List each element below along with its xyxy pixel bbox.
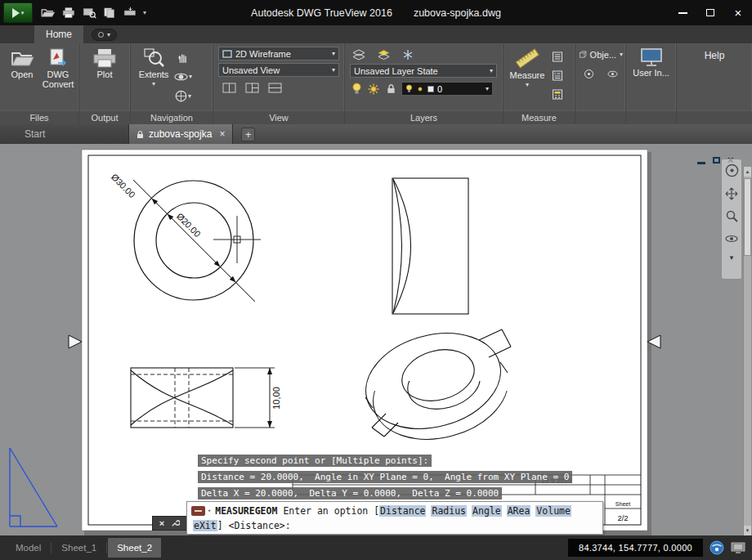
object-isolate-button[interactable] <box>580 65 598 83</box>
option-angle[interactable]: Angle <box>472 505 502 517</box>
sheet-cell-label: Sheet <box>615 501 630 507</box>
measure-button[interactable]: Measure ▾ <box>506 47 548 110</box>
viewport-restore-icon[interactable] <box>713 157 720 164</box>
navbar-more-icon[interactable]: ▾ <box>730 253 734 262</box>
ribbon-display-toggle[interactable]: ▾ <box>92 29 117 41</box>
layer-freeze-button[interactable] <box>399 46 417 63</box>
pan-tool-icon[interactable] <box>725 187 738 204</box>
qat-customize-arrow-icon[interactable]: ▾ <box>143 9 146 16</box>
layer-properties-button[interactable] <box>350 46 368 63</box>
layer-properties-icon <box>352 49 365 60</box>
user-interface-button[interactable]: User In... <box>629 47 674 110</box>
qat-open-icon[interactable] <box>41 7 56 20</box>
ribbon-panel-help: Help <box>677 43 752 124</box>
qat-plot-icon[interactable] <box>61 7 76 20</box>
maximize-button[interactable] <box>696 0 724 25</box>
option-distance[interactable]: Distance <box>379 505 426 517</box>
full-navigation-wheel-icon[interactable] <box>725 164 739 181</box>
ribbon-panel-objects: Obje... ▾ <box>575 43 626 124</box>
viewport-minimize-icon[interactable] <box>697 162 705 164</box>
viewport-restore-button[interactable] <box>266 79 284 96</box>
app-logo-icon <box>12 8 20 18</box>
scroll-up-icon[interactable]: ▲ <box>744 167 751 177</box>
named-view-dropdown[interactable]: Unsaved View ▾ <box>218 63 339 77</box>
vertical-scrollbar[interactable]: ▲ ▼ <box>743 167 751 535</box>
option-exit[interactable]: eXit <box>193 520 217 531</box>
viewport-config-icon <box>222 83 236 93</box>
ribbon: Open DWGConvert Files Plot Output <box>0 43 752 124</box>
current-layer-dropdown[interactable]: 0 ▾ <box>401 82 493 96</box>
layer-color-swatch <box>427 86 434 92</box>
padlock-icon <box>387 83 396 94</box>
object-hide-button[interactable] <box>603 65 621 83</box>
calculator-icon <box>552 89 563 100</box>
plot-button[interactable]: Plot <box>87 47 123 110</box>
steering-wheel-button[interactable]: ▾ <box>174 87 192 105</box>
layer-isolate-button[interactable] <box>374 46 392 63</box>
command-customize-icon[interactable] <box>171 516 180 531</box>
command-line-window[interactable]: ▾MEASUREGEOMEnter an option [DistanceRad… <box>186 501 603 535</box>
command-history-line-1: Specify second point or [Multiple points… <box>198 455 432 467</box>
visual-style-dropdown[interactable]: 2D Wireframe ▾ <box>218 47 339 60</box>
drawing-viewport[interactable]: Ø30.00 Ø20.00 <box>0 144 752 535</box>
qat-batch-plot-icon[interactable] <box>123 7 137 20</box>
viewport-join-button[interactable] <box>243 79 261 96</box>
isolate-objects-icon <box>584 69 594 79</box>
tab-sheet-2[interactable]: Sheet_2 <box>108 538 161 558</box>
dim-height: 10,00 <box>271 387 281 410</box>
app-title: Autodesk DWG TrueView 2016 <box>251 7 392 19</box>
qat-plot-preview-icon[interactable] <box>82 7 96 20</box>
wheel-caret-icon: ▾ <box>188 92 191 100</box>
option-radius[interactable]: Radius <box>431 505 467 517</box>
layer-lock-button[interactable] <box>384 80 397 97</box>
dwg-convert-button[interactable]: DWGConvert <box>40 47 76 110</box>
application-menu-button[interactable]: ▾ <box>3 2 33 23</box>
qat-publish-icon[interactable] <box>102 7 117 20</box>
minimize-button[interactable] <box>669 0 696 25</box>
quick-access-toolbar: ▾ <box>41 7 146 20</box>
object-list-icon <box>552 70 563 81</box>
tab-start[interactable]: Start <box>0 124 129 144</box>
quick-properties-button[interactable] <box>548 48 566 65</box>
pan-button[interactable] <box>174 48 192 65</box>
objects-caret-icon: ▾ <box>620 51 623 58</box>
zoom-tool-icon[interactable] <box>726 210 738 226</box>
tab-sheet-1[interactable]: Sheet_1 <box>52 538 105 558</box>
command-close-icon[interactable]: × <box>159 518 164 528</box>
object-list-button[interactable] <box>548 67 566 84</box>
scrollbar-thumb[interactable] <box>744 178 751 256</box>
help-button[interactable]: Help <box>705 50 725 110</box>
command-recent-caret-icon[interactable]: ▾ <box>208 508 211 514</box>
orbit-tool-icon[interactable] <box>725 232 738 247</box>
orbit-icon <box>174 71 188 83</box>
objects-button[interactable]: Obje... ▾ <box>580 47 623 62</box>
ribbon-panel-measure: Measure ▾ Measure <box>504 43 575 124</box>
measure-ruler-icon <box>514 47 540 69</box>
start-tab-label: Start <box>25 128 45 140</box>
layer-freeze-icon <box>402 49 414 60</box>
clean-screen-icon[interactable] <box>731 542 745 553</box>
status-sphere-icon[interactable] <box>709 540 724 555</box>
layer-state-dropdown[interactable]: Unsaved Layer State ▾ <box>350 64 497 78</box>
properties-list-icon <box>552 52 563 62</box>
scroll-down-icon[interactable]: ▼ <box>744 526 751 535</box>
viewport-config-button[interactable] <box>220 79 238 96</box>
tab-model[interactable]: Model <box>7 538 50 558</box>
tab-close-icon[interactable]: × <box>219 128 225 140</box>
tab-zubova-spojka[interactable]: zubova-spojka × <box>129 124 233 144</box>
orbit-button[interactable]: ▾ <box>174 68 192 85</box>
close-button[interactable]: × <box>724 0 752 25</box>
window-controls: × <box>669 0 752 25</box>
quick-calc-button[interactable] <box>548 86 566 103</box>
user-interface-label: User In... <box>633 68 669 78</box>
new-tab-button[interactable]: + <box>241 128 255 141</box>
zoom-extents-button[interactable]: Extents ▾ <box>133 47 174 110</box>
option-volume[interactable]: Volume <box>535 505 571 517</box>
layer-thaw-button[interactable] <box>367 80 380 97</box>
command-history-line-3: Delta X = 20.0000, Delta Y = 0.0000, Del… <box>198 487 502 500</box>
option-area[interactable]: ARea <box>507 505 531 517</box>
tab-home[interactable]: Home <box>34 25 83 43</box>
layer-on-off-button[interactable] <box>350 80 363 97</box>
viewport-join-icon <box>245 83 259 93</box>
open-button[interactable]: Open <box>4 47 40 110</box>
